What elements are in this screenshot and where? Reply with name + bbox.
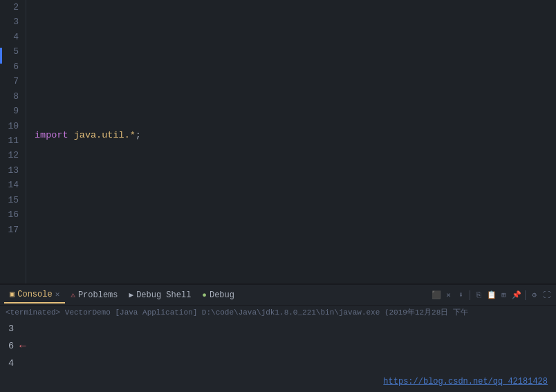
console-url[interactable]: https://blog.csdn.net/qq_42181428 [383,377,548,386]
paste-icon[interactable]: 📋 [486,290,497,300]
expand-icon[interactable]: ⛶ [541,290,552,300]
console-toolbar-right: ⬛ ✕ ⬇ ⎘ 📋 ⊞ 📌 ⚙ ⛶ [431,290,552,300]
output-4: 4 [8,356,14,372]
scroll-lock-icon[interactable]: ⬇ [456,290,466,300]
tab-debug-shell[interactable]: ▶ Debug Shell [124,288,197,303]
ln-10: 10 [4,119,19,133]
debug-dot-icon: ● [202,291,207,299]
output-line-2: 6 ← [8,337,548,356]
ln-15: 15 [4,193,19,207]
ln-16: 16 [4,207,19,222]
import-path: java.util.* [74,128,136,143]
ln-9: 9 [4,104,19,118]
output-3: 3 [8,321,14,337]
pin-icon[interactable]: 📌 [511,290,521,300]
tab-debug[interactable]: ● Debug [196,288,240,303]
ln-5: 5 [4,44,19,59]
ln-3: 3 [4,15,19,29]
copy-icon[interactable]: ⎘ [474,290,484,300]
code-line-2 [35,48,556,64]
settings-icon[interactable]: ⚙ [529,290,539,300]
url-text[interactable]: https://blog.csdn.net/qq_42181428 [383,377,548,386]
tab-problems[interactable]: ⚠ Problems [65,288,123,303]
ln-13: 13 [4,163,19,178]
ln-11: 11 [4,133,19,148]
toolbar-sep [470,290,470,300]
keyword-import: import [35,128,68,143]
problems-tab-icon: ⚠ [71,290,75,299]
ln-4: 4 [4,30,19,44]
console-tab-label: Console [17,290,52,299]
tab-console[interactable]: ▣ Console ✕ [4,286,65,304]
code-line-3: import java.util.* ; [35,128,556,144]
output-line-1: 3 [8,321,548,337]
ln-2: 2 [4,0,19,15]
new-console-icon[interactable]: ⊞ [499,290,509,300]
console-tabs-bar: ▣ Console ✕ ⚠ Problems ▶ Debug Shell ● D… [0,285,556,306]
console-tab-close[interactable]: ✕ [55,290,60,299]
console-tab-icon: ▣ [10,289,15,299]
stop-icon[interactable]: ⬛ [431,290,441,300]
status-text: <terminated> VectorDemo [Java Applicatio… [6,308,468,317]
code-content[interactable]: import java.util.* ; public class Vector… [26,0,556,283]
ln-6: 6 [4,59,19,74]
output-line-3: 4 [8,356,548,372]
ln-14: 14 [4,178,19,192]
arrow-indicator: ← [19,337,26,356]
line-accent [0,48,2,64]
code-line-4 [35,207,556,223]
console-panel: ▣ Console ✕ ⚠ Problems ▶ Debug Shell ● D… [0,283,556,392]
console-output: 3 6 ← 4 https://blog.csdn.net/qq_4218142… [0,319,556,392]
editor-area: 2 3 4 5 6 7 8 9 10 11 12 13 14 15 16 17 … [0,0,556,283]
debug-shell-label: Debug Shell [136,290,191,300]
ln-12: 12 [4,148,19,162]
problems-tab-label: Problems [78,290,118,300]
line-numbers: 2 3 4 5 6 7 8 9 10 11 12 13 14 15 16 17 [0,0,26,283]
output-6: 6 [8,339,14,355]
ln-7: 7 [4,74,19,88]
console-status-line: <terminated> VectorDemo [Java Applicatio… [0,306,556,319]
toolbar-sep2 [525,290,526,300]
ln-17: 17 [4,223,19,237]
debug-label: Debug [210,290,234,300]
ln-8: 8 [4,89,19,104]
debug-shell-icon: ▶ [129,290,134,299]
clear-icon[interactable]: ✕ [443,290,454,300]
